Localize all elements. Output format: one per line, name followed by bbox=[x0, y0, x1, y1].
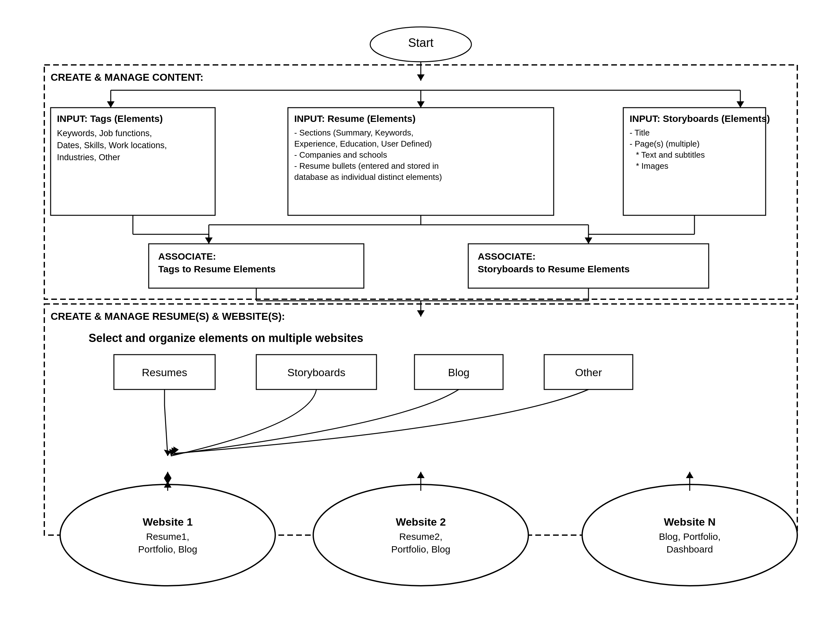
svg-marker-10 bbox=[417, 101, 425, 108]
svg-text:INPUT: Storyboards (Elements): INPUT: Storyboards (Elements) bbox=[630, 113, 770, 124]
svg-text:Select and organize elements o: Select and organize elements on multiple… bbox=[88, 331, 363, 344]
svg-text:Resumes: Resumes bbox=[142, 366, 187, 379]
svg-line-67 bbox=[164, 405, 168, 456]
svg-text:Blog: Blog bbox=[448, 366, 469, 379]
svg-text:- Title: - Title bbox=[630, 128, 650, 138]
svg-text:Blog, Portfolio,: Blog, Portfolio, bbox=[659, 531, 720, 542]
svg-marker-54 bbox=[417, 310, 425, 317]
svg-text:ASSOCIATE:: ASSOCIATE: bbox=[158, 251, 216, 261]
svg-marker-71 bbox=[174, 447, 179, 453]
svg-text:Portfolio, Blog: Portfolio, Blog bbox=[138, 544, 197, 554]
svg-text:CREATE & MANAGE CONTENT:: CREATE & MANAGE CONTENT: bbox=[51, 71, 204, 83]
svg-text:Tags to Resume Elements: Tags to Resume Elements bbox=[158, 264, 276, 274]
svg-marker-12 bbox=[737, 101, 744, 108]
svg-text:Keywords, Job functions,: Keywords, Job functions, bbox=[57, 128, 152, 138]
flowchart: Start CREATE & MANAGE CONTENT: INPUT: Ta… bbox=[25, 19, 815, 622]
svg-text:Website 1: Website 1 bbox=[143, 516, 193, 528]
diagram-svg: Start CREATE & MANAGE CONTENT: INPUT: Ta… bbox=[25, 19, 816, 621]
svg-text:Storyboards: Storyboards bbox=[287, 366, 345, 379]
svg-text:Dates, Skills, Work locations,: Dates, Skills, Work locations, bbox=[57, 141, 167, 150]
svg-text:- Page(s) (multiple): - Page(s) (multiple) bbox=[630, 139, 699, 149]
svg-marker-40 bbox=[585, 238, 592, 244]
svg-text:Industries, Other: Industries, Other bbox=[57, 153, 120, 162]
svg-marker-8 bbox=[107, 101, 115, 108]
svg-text:CREATE & MANAGE RESUME(S) & WE: CREATE & MANAGE RESUME(S) & WEBSITE(S): bbox=[51, 310, 285, 322]
svg-text:Dashboard: Dashboard bbox=[666, 544, 713, 554]
svg-text:Website N: Website N bbox=[664, 516, 716, 528]
svg-text:INPUT: Tags (Elements): INPUT: Tags (Elements) bbox=[57, 113, 163, 124]
svg-marker-3 bbox=[417, 74, 425, 81]
svg-text:INPUT: Resume (Elements): INPUT: Resume (Elements) bbox=[294, 113, 415, 124]
svg-text:Portfolio, Blog: Portfolio, Blog bbox=[392, 544, 450, 554]
svg-text:database as individual distinc: database as individual distinct elements… bbox=[294, 172, 442, 182]
svg-text:Resume2,: Resume2, bbox=[399, 531, 443, 542]
svg-marker-76 bbox=[417, 472, 425, 478]
svg-text:Start: Start bbox=[408, 36, 434, 49]
svg-text:* Images: * Images bbox=[636, 161, 668, 171]
svg-text:Resume1,: Resume1, bbox=[146, 531, 189, 542]
svg-text:ASSOCIATE:: ASSOCIATE: bbox=[478, 251, 536, 261]
svg-text:Other: Other bbox=[575, 366, 602, 379]
svg-text:* Text and subtitles: * Text and subtitles bbox=[636, 150, 705, 160]
svg-text:- Resume bullets (entered and : - Resume bullets (entered and stored in bbox=[294, 161, 439, 171]
svg-text:- Companies and schools: - Companies and schools bbox=[294, 150, 387, 160]
svg-text:Website 2: Website 2 bbox=[396, 516, 446, 528]
svg-text:Experience, Education, User De: Experience, Education, User Defined) bbox=[294, 139, 432, 149]
svg-marker-79 bbox=[686, 472, 693, 478]
svg-marker-73 bbox=[164, 472, 172, 478]
svg-text:- Sections (Summary, Keywords,: - Sections (Summary, Keywords, bbox=[294, 128, 414, 138]
svg-text:Storyboards to Resume Elements: Storyboards to Resume Elements bbox=[478, 264, 630, 274]
